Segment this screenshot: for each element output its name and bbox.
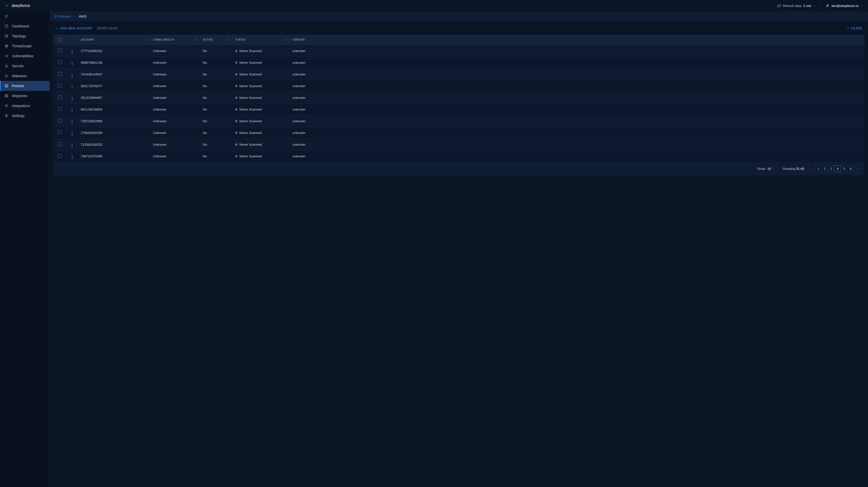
svg-rect-14 bbox=[5, 95, 8, 97]
pagination-page-1[interactable]: 1 bbox=[815, 165, 822, 172]
svg-point-16 bbox=[6, 115, 7, 116]
table-row[interactable]: 277742006162 Unknown No Never Scanned un… bbox=[53, 45, 865, 57]
sidebar-item-label: Malwares bbox=[12, 74, 27, 78]
sidebar-item-dashboard[interactable]: Dashboard bbox=[0, 21, 50, 31]
sidebar-item-malwares[interactable]: Malwares bbox=[0, 71, 50, 81]
row-menu-icon[interactable] bbox=[72, 144, 72, 147]
row-menu-icon[interactable] bbox=[72, 74, 72, 77]
breadcrumb: Posture AWS bbox=[50, 11, 868, 21]
row-menu-icon[interactable] bbox=[72, 50, 72, 54]
sidebar-item-integrations[interactable]: Integrations bbox=[0, 101, 50, 111]
sidebar-item-label: Integrations bbox=[12, 104, 30, 108]
row-menu-icon[interactable] bbox=[72, 132, 72, 135]
row-checkbox[interactable] bbox=[58, 130, 62, 134]
table-row[interactable]: 712581418152 Unknown No Never Scanned un… bbox=[53, 139, 865, 151]
pagination-prev[interactable] bbox=[808, 165, 815, 172]
status-dot-icon bbox=[235, 50, 238, 52]
lock-icon bbox=[4, 64, 8, 68]
chevron-down-icon bbox=[861, 4, 863, 7]
show-label: Show bbox=[757, 167, 765, 170]
user-icon bbox=[826, 4, 829, 7]
sidebar-item-registries[interactable]: Registries bbox=[0, 91, 50, 101]
pagination-page-3[interactable]: 3 bbox=[828, 165, 835, 172]
row-menu-icon[interactable] bbox=[72, 86, 72, 89]
row-checkbox[interactable] bbox=[58, 154, 62, 158]
chevron-down-icon bbox=[813, 4, 816, 7]
sidebar-item-settings[interactable]: Settings bbox=[0, 111, 50, 121]
add-new-account-button[interactable]: ADD NEW ACCOUNT bbox=[56, 27, 92, 30]
status-dot-icon bbox=[235, 62, 238, 64]
table-row[interactable]: 563172976377 Unknown No Never Scanned un… bbox=[53, 80, 865, 92]
cell-account: 277742006162 bbox=[78, 45, 151, 57]
sort-icon: ▲▼ bbox=[228, 38, 230, 41]
sidebar-item-label: Settings bbox=[12, 114, 25, 118]
cell-active: No bbox=[200, 151, 233, 162]
cell-status: Never Scanned bbox=[233, 139, 290, 151]
svg-point-0 bbox=[827, 4, 828, 6]
table-row[interactable]: 759710475396 Unknown No Never Scanned un… bbox=[53, 151, 865, 162]
row-menu-icon[interactable] bbox=[72, 97, 72, 100]
row-menu-icon[interactable] bbox=[72, 156, 72, 159]
breadcrumb-posture[interactable]: Posture bbox=[54, 14, 71, 19]
sidebar-item-posture[interactable]: Posture bbox=[0, 81, 50, 91]
user-menu[interactable]: dev@deepfence.io bbox=[826, 4, 863, 8]
column-header-active[interactable]: Active▲▼ bbox=[200, 35, 233, 45]
row-checkbox[interactable] bbox=[58, 60, 62, 64]
sidebar-item-threatgraph[interactable]: ThreatGraph bbox=[0, 41, 50, 51]
cell-active: No bbox=[200, 104, 233, 115]
row-menu-icon[interactable] bbox=[72, 109, 72, 112]
cell-status: Never Scanned bbox=[233, 92, 290, 104]
sidebar-item-secrets[interactable]: Secrets bbox=[0, 61, 50, 71]
pagination-page-6[interactable]: 6 bbox=[847, 165, 854, 172]
select-all-checkbox[interactable] bbox=[58, 38, 62, 41]
cell-account: 468875861238 bbox=[78, 57, 151, 68]
pagination-page-2[interactable]: 2 bbox=[822, 165, 828, 172]
malware-icon bbox=[4, 74, 8, 78]
cell-active: No bbox=[200, 45, 233, 57]
filter-icon bbox=[846, 27, 849, 30]
row-checkbox[interactable] bbox=[58, 95, 62, 99]
table-row[interactable]: 801139216654 Unknown No Never Scanned un… bbox=[53, 104, 865, 115]
registries-icon bbox=[4, 94, 8, 98]
sidebar-toggle[interactable] bbox=[0, 11, 50, 21]
breadcrumb-current: AWS bbox=[79, 14, 87, 19]
filter-button[interactable]: FILTER bbox=[846, 27, 862, 30]
page-size-selector[interactable]: Show 10 bbox=[757, 167, 774, 170]
status-dot-icon bbox=[235, 97, 238, 99]
cell-status: Never Scanned bbox=[233, 80, 290, 92]
column-header-status[interactable]: Status▲▼ bbox=[233, 35, 290, 45]
start-scan-button[interactable]: START SCAN bbox=[97, 27, 117, 30]
row-checkbox[interactable] bbox=[58, 119, 62, 123]
table-row[interactable]: 741436144587 Unknown No Never Scanned un… bbox=[53, 68, 865, 80]
row-menu-icon[interactable] bbox=[72, 62, 72, 65]
row-checkbox[interactable] bbox=[58, 107, 62, 111]
sidebar-item-vulnerabilities[interactable]: Vulnerabilities bbox=[0, 51, 50, 61]
row-checkbox[interactable] bbox=[58, 48, 62, 52]
sidebar: Dashboard Topology ThreatGraph Vulnerabi… bbox=[0, 11, 50, 487]
row-checkbox[interactable] bbox=[58, 72, 62, 76]
pagination-page-5[interactable]: 5 bbox=[841, 165, 847, 172]
pagination-page-4[interactable]: 4 bbox=[834, 165, 841, 172]
shield-icon bbox=[4, 84, 8, 88]
cell-account: 741436144587 bbox=[78, 68, 151, 80]
refresh-data-button[interactable]: Refresh data 5 min bbox=[777, 4, 816, 8]
cell-compliance: Unknown bbox=[151, 80, 200, 92]
sidebar-item-topology[interactable]: Topology bbox=[0, 31, 50, 41]
table-row[interactable]: 275829292358 Unknown No Never Scanned un… bbox=[53, 127, 865, 139]
row-menu-icon[interactable] bbox=[72, 121, 72, 124]
refresh-label: Refresh data bbox=[783, 4, 801, 8]
cell-compliance: Unknown bbox=[151, 68, 200, 80]
refresh-icon bbox=[777, 4, 781, 7]
column-header-compliance[interactable]: Compliance %▲▼ bbox=[151, 35, 200, 45]
svg-point-6 bbox=[7, 35, 8, 36]
column-header-account[interactable]: Account▲▼ bbox=[78, 35, 151, 45]
table-row[interactable]: 468875861238 Unknown No Never Scanned un… bbox=[53, 57, 865, 68]
table-row[interactable]: 351323606987 Unknown No Never Scanned un… bbox=[53, 92, 865, 104]
table-row[interactable]: 726732652968 Unknown No Never Scanned un… bbox=[53, 115, 865, 127]
brand[interactable]: deepfence bbox=[5, 3, 30, 8]
plus-icon bbox=[56, 27, 59, 30]
sidebar-item-label: Vulnerabilities bbox=[12, 54, 34, 58]
row-checkbox[interactable] bbox=[58, 142, 62, 146]
row-checkbox[interactable] bbox=[58, 84, 62, 87]
pagination-next[interactable] bbox=[854, 165, 861, 172]
